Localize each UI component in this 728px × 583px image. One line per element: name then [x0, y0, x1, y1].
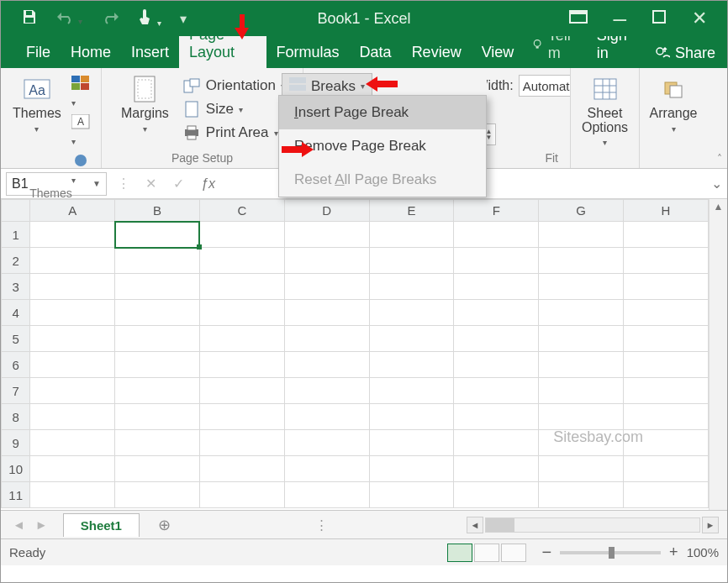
cell[interactable] — [284, 222, 369, 248]
row-header[interactable]: 2 — [2, 248, 30, 274]
cell[interactable] — [30, 248, 115, 274]
cell[interactable] — [454, 274, 539, 300]
horizontal-scrollbar[interactable]: ◄ ► — [467, 517, 719, 533]
zoom-slider[interactable] — [560, 551, 661, 554]
row-header[interactable]: 8 — [2, 404, 30, 430]
view-page-break-button[interactable] — [501, 544, 526, 562]
cell[interactable] — [284, 378, 369, 404]
row-header[interactable]: 11 — [2, 482, 30, 508]
save-icon[interactable] — [21, 8, 38, 29]
expand-formula-bar-icon[interactable]: ⌄ — [705, 176, 727, 192]
cell[interactable] — [30, 456, 115, 482]
view-page-layout-button[interactable] — [474, 544, 499, 562]
cell[interactable] — [454, 222, 539, 248]
close-icon[interactable]: ✕ — [692, 8, 707, 29]
cell[interactable] — [284, 274, 369, 300]
cell[interactable] — [369, 404, 454, 430]
maximize-icon[interactable] — [652, 9, 667, 28]
row-header[interactable]: 5 — [2, 326, 30, 352]
cell[interactable] — [369, 352, 454, 378]
cell[interactable] — [199, 482, 284, 508]
cell[interactable] — [284, 248, 369, 274]
cell[interactable] — [539, 248, 624, 274]
sheet-nav-next-icon[interactable]: ► — [35, 517, 48, 532]
insert-function-icon[interactable]: ƒx — [201, 176, 215, 192]
cell[interactable] — [454, 482, 539, 508]
vertical-scrollbar[interactable]: ▲ — [709, 199, 727, 510]
row-header[interactable]: 10 — [2, 456, 30, 482]
undo-icon[interactable]: ▾ — [56, 9, 82, 28]
cell[interactable] — [369, 274, 454, 300]
cell[interactable] — [199, 274, 284, 300]
cell[interactable] — [539, 456, 624, 482]
column-header[interactable]: H — [624, 200, 709, 222]
cell[interactable] — [284, 404, 369, 430]
theme-fonts-button[interactable]: A ▾ — [71, 114, 94, 148]
cancel-formula-icon[interactable]: ✕ — [145, 176, 156, 192]
cell[interactable] — [539, 378, 624, 404]
margins-button[interactable]: Margins ▾ — [116, 72, 174, 137]
cell[interactable] — [115, 352, 200, 378]
cell[interactable] — [115, 482, 200, 508]
cell[interactable] — [30, 430, 115, 456]
cell[interactable] — [454, 378, 539, 404]
cell[interactable] — [624, 404, 709, 430]
row-header[interactable]: 3 — [2, 274, 30, 300]
cell[interactable] — [539, 326, 624, 352]
cell[interactable] — [539, 430, 624, 456]
cell[interactable] — [284, 430, 369, 456]
cell[interactable] — [30, 300, 115, 326]
cell[interactable] — [115, 274, 200, 300]
cell[interactable] — [454, 326, 539, 352]
cell[interactable] — [624, 378, 709, 404]
cell[interactable] — [624, 352, 709, 378]
cell[interactable] — [199, 326, 284, 352]
column-header[interactable]: G — [539, 200, 624, 222]
column-header[interactable]: F — [454, 200, 539, 222]
cell[interactable] — [30, 404, 115, 430]
column-header[interactable]: A — [30, 200, 115, 222]
cell[interactable] — [115, 430, 200, 456]
cell[interactable] — [199, 248, 284, 274]
tab-file[interactable]: File — [16, 38, 61, 68]
cell[interactable] — [369, 456, 454, 482]
cell[interactable] — [199, 352, 284, 378]
arrange-button[interactable]: Arrange▾ — [645, 72, 703, 137]
cell[interactable] — [369, 430, 454, 456]
redo-icon[interactable] — [101, 9, 119, 28]
theme-effects-button[interactable]: ▾ — [71, 153, 94, 186]
cell[interactable] — [454, 352, 539, 378]
cell[interactable] — [199, 404, 284, 430]
column-header[interactable]: B — [115, 200, 200, 222]
enter-formula-icon[interactable]: ✓ — [173, 176, 184, 192]
cell[interactable] — [30, 274, 115, 300]
cell[interactable] — [115, 456, 200, 482]
cell[interactable] — [539, 482, 624, 508]
cell[interactable] — [624, 274, 709, 300]
cell[interactable] — [30, 378, 115, 404]
customize-qat-icon[interactable]: ▾ — [180, 11, 187, 27]
cell[interactable] — [115, 300, 200, 326]
cell[interactable] — [284, 482, 369, 508]
cell[interactable] — [454, 430, 539, 456]
cell[interactable] — [624, 248, 709, 274]
themes-button[interactable]: Aa Themes ▾ — [8, 72, 66, 137]
print-area-button[interactable]: Print Area▾ — [179, 123, 288, 143]
row-header[interactable]: 7 — [2, 378, 30, 404]
cell[interactable] — [115, 404, 200, 430]
cell[interactable] — [369, 482, 454, 508]
cell[interactable] — [115, 326, 200, 352]
row-header[interactable]: 4 — [2, 300, 30, 326]
cell[interactable] — [199, 222, 284, 248]
cell[interactable] — [369, 326, 454, 352]
tab-home[interactable]: Home — [61, 38, 121, 68]
cell[interactable] — [369, 300, 454, 326]
worksheet-grid[interactable]: ABCDEFGH1234567891011 ▲ Sitesbay.com — [1, 199, 727, 510]
cell[interactable] — [30, 222, 115, 248]
cell[interactable] — [115, 378, 200, 404]
cell[interactable] — [30, 352, 115, 378]
menu-insert-page-break[interactable]: Insert Page Break — [279, 96, 486, 129]
row-header[interactable]: 6 — [2, 352, 30, 378]
collapse-ribbon-icon[interactable]: ˄ — [717, 153, 722, 165]
cell[interactable] — [369, 222, 454, 248]
